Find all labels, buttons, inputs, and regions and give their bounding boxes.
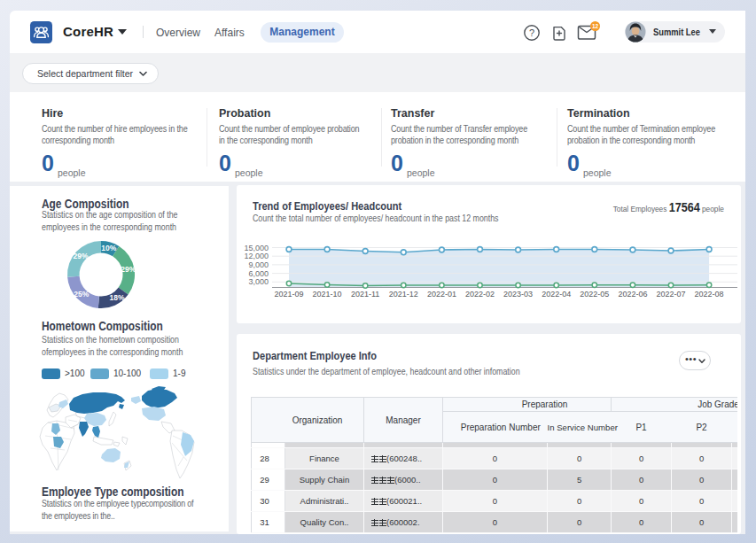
svg-text:29%: 29%	[121, 265, 136, 274]
svg-text:2022-06: 2022-06	[618, 290, 647, 299]
svg-text:2022-04: 2022-04	[542, 290, 571, 299]
svg-text:10%: 10%	[101, 244, 116, 252]
svg-text:2022-08: 2022-08	[695, 290, 724, 299]
svg-text:2021-11: 2021-11	[351, 290, 379, 299]
svg-text:2022-02: 2022-02	[465, 290, 495, 299]
svg-text:29%: 29%	[74, 252, 89, 260]
svg-text:2023-03: 2023-03	[503, 290, 533, 299]
svg-text:6,000: 6,000	[248, 269, 269, 278]
svg-text:2021-10: 2021-10	[313, 290, 342, 299]
svg-text:18%: 18%	[109, 293, 124, 302]
svg-text:12: 12	[592, 23, 599, 29]
svg-text:2021-12: 2021-12	[389, 290, 418, 299]
svg-text:2021-09: 2021-09	[274, 290, 303, 299]
svg-text:3,000: 3,000	[248, 277, 269, 286]
svg-text:12,000: 12,000	[244, 252, 269, 260]
svg-text:2022-07: 2022-07	[656, 290, 685, 299]
svg-text:9,000: 9,000	[248, 260, 269, 269]
svg-text:2022-05: 2022-05	[580, 290, 609, 299]
svg-text:?: ?	[529, 27, 534, 38]
svg-text:25%: 25%	[74, 290, 89, 299]
svg-text:2022-01: 2022-01	[427, 290, 456, 299]
svg-text:15,000: 15,000	[244, 244, 269, 252]
